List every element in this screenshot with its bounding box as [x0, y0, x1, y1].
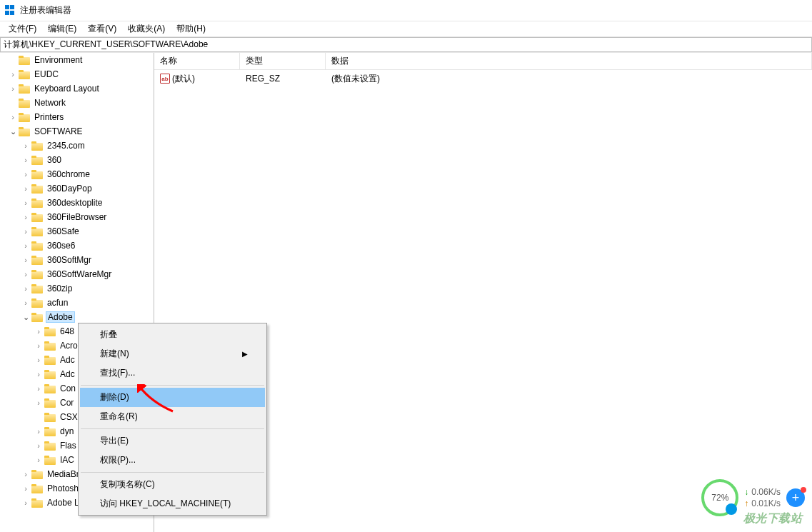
context-menu-item[interactable]: 新建(N)▶	[80, 344, 265, 363]
expander-icon[interactable]: ›	[20, 213, 31, 221]
context-menu-item[interactable]: 导出(E)	[80, 431, 265, 451]
menu-separator	[81, 385, 264, 386]
folder-icon	[19, 56, 30, 65]
tree-item-software[interactable]: ⌄ SOFTWARE	[0, 124, 154, 139]
col-name[interactable]: 名称	[154, 53, 240, 69]
folder-icon	[19, 84, 30, 94]
address-text: 计算机\HKEY_CURRENT_USER\SOFTWARE\Adobe	[4, 39, 208, 51]
expander-icon[interactable]: ›	[7, 70, 19, 79]
expander-icon[interactable]: ›	[33, 341, 44, 350]
widget-plus-button[interactable]: +	[786, 488, 805, 507]
col-data[interactable]: 数据	[326, 53, 812, 69]
tree-item[interactable]: ›360desktoplite	[0, 196, 154, 210]
value-name: (默认)	[172, 73, 195, 85]
expander-icon[interactable]: ›	[20, 141, 31, 150]
expander-icon[interactable]: ›	[20, 156, 31, 164]
tree-item-printers[interactable]: › Printers	[0, 110, 154, 124]
menu-favorites[interactable]: 收藏夹(A)	[122, 21, 171, 36]
folder-icon	[19, 127, 30, 136]
folder-icon	[19, 113, 30, 122]
context-menu-item[interactable]: 折叠	[80, 325, 265, 344]
folder-icon	[44, 384, 56, 393]
tree-item[interactable]: ›360SoftMgr	[0, 253, 154, 267]
expander-icon[interactable]: ›	[20, 270, 31, 278]
folder-icon	[44, 456, 56, 465]
folder-icon	[44, 427, 56, 436]
expander-icon[interactable]: ›	[20, 284, 31, 293]
expander-icon[interactable]: ›	[33, 398, 44, 407]
expander-icon[interactable]: ›	[33, 356, 44, 364]
string-value-icon: ab	[160, 74, 170, 84]
tree-item[interactable]: ›360zip	[0, 281, 154, 296]
expander-icon[interactable]: ›	[7, 113, 19, 121]
expander-icon[interactable]: ⌄	[7, 127, 19, 136]
expander-icon[interactable]: ›	[20, 484, 31, 493]
expander-icon[interactable]: ›	[33, 384, 44, 393]
folder-icon	[19, 70, 30, 79]
folder-icon	[31, 227, 43, 236]
folder-icon	[31, 213, 43, 222]
context-menu-item[interactable]: 权限(P)...	[80, 451, 265, 470]
expander-icon[interactable]: ›	[33, 441, 44, 450]
expander-icon[interactable]: ›	[20, 470, 31, 478]
menu-separator	[81, 428, 264, 429]
expander-icon[interactable]: ›	[33, 327, 44, 336]
tree-item-network[interactable]: Network	[0, 96, 154, 110]
list-row[interactable]: ab (默认) REG_SZ (数值未设置)	[154, 71, 812, 86]
tree-item[interactable]: ›360se6	[0, 239, 154, 253]
expander-icon[interactable]: ›	[20, 170, 31, 179]
expander-icon[interactable]: ›	[20, 184, 31, 193]
expander-icon[interactable]: ›	[20, 498, 31, 507]
folder-icon	[31, 241, 43, 251]
tree-item[interactable]: ›360SoftWareMgr	[0, 267, 154, 281]
expander-icon[interactable]: ›	[20, 298, 31, 307]
address-bar[interactable]: 计算机\HKEY_CURRENT_USER\SOFTWARE\Adobe	[0, 37, 812, 52]
tree-item-adobe[interactable]: ⌄ Adobe	[0, 310, 154, 324]
expander-icon[interactable]: ›	[20, 227, 31, 236]
context-menu-item[interactable]: 复制项名称(C)	[80, 475, 265, 494]
context-menu-item[interactable]: 查找(F)...	[80, 363, 265, 383]
tree-item-keyboard-layout[interactable]: › Keyboard Layout	[0, 81, 154, 96]
menu-help[interactable]: 帮助(H)	[171, 21, 211, 36]
expander-icon[interactable]: ›	[20, 256, 31, 264]
tree-item[interactable]: ›360FileBrowser	[0, 210, 154, 224]
tree-item[interactable]: ›2345.com	[0, 139, 154, 153]
context-menu-item[interactable]: 删除(D)	[80, 388, 265, 407]
tree-item[interactable]: ›360DayPop	[0, 181, 154, 196]
tree-item[interactable]: ›acfun	[0, 296, 154, 310]
expander-icon[interactable]: ›	[20, 199, 31, 207]
col-type[interactable]: 类型	[240, 53, 326, 69]
tree-item[interactable]: ›360chrome	[0, 167, 154, 181]
perf-widget[interactable]: 72% ↓0.06K/s ↑0.01K/s +	[701, 479, 805, 516]
list-body: ab (默认) REG_SZ (数值未设置)	[154, 70, 812, 87]
upload-arrow-icon: ↑	[744, 498, 748, 508]
tree-item-eudc[interactable]: › EUDC	[0, 67, 154, 81]
folder-icon	[44, 356, 56, 365]
expander-icon[interactable]: ⌄	[20, 313, 31, 322]
tree-item[interactable]: ›360Safe	[0, 224, 154, 239]
context-menu-item[interactable]: 重命名(R)	[80, 407, 265, 426]
menu-edit[interactable]: 编辑(E)	[42, 21, 82, 36]
submenu-arrow-icon: ▶	[242, 350, 248, 358]
window-title: 注册表编辑器	[20, 4, 71, 16]
expander-icon[interactable]: ›	[33, 456, 44, 464]
value-data: (数值未设置)	[329, 73, 383, 85]
menu-view[interactable]: 查看(V)	[82, 21, 122, 36]
expander-icon[interactable]: ›	[33, 427, 44, 436]
list-header: 名称 类型 数据	[154, 53, 812, 70]
widget-percent-circle[interactable]: 72%	[701, 479, 738, 516]
tree-item[interactable]: ›360	[0, 153, 154, 167]
folder-icon	[31, 498, 43, 508]
expander-icon[interactable]: ›	[33, 370, 44, 378]
context-menu-item[interactable]: 访问 HKEY_LOCAL_MACHINE(T)	[80, 494, 265, 513]
menu-file[interactable]: 文件(F)	[3, 21, 42, 36]
folder-icon	[31, 256, 43, 265]
expander-icon[interactable]: ›	[20, 241, 31, 250]
folder-icon	[44, 370, 56, 379]
folder-icon	[31, 170, 43, 179]
regedit-icon	[4, 5, 16, 16]
expander-icon[interactable]: ›	[7, 84, 19, 93]
tree-item-environment[interactable]: Environment	[0, 53, 154, 67]
folder-icon	[31, 470, 43, 479]
folder-icon	[31, 270, 43, 279]
